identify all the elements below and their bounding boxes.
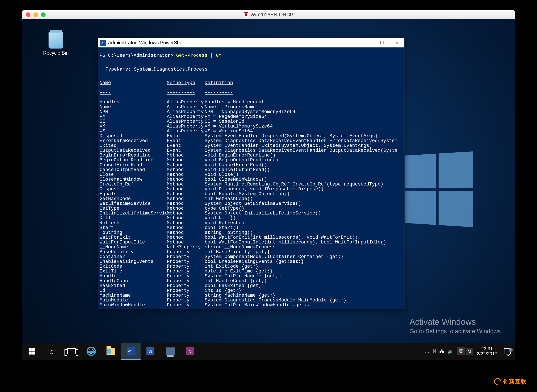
task-view-button[interactable] bbox=[61, 343, 81, 360]
member-name: SI bbox=[100, 119, 167, 124]
output-row: CloseMethodvoid Close() bbox=[100, 172, 402, 177]
ime-language-button[interactable]: 英 bbox=[457, 347, 465, 355]
member-name: WaitForInputIdle bbox=[100, 240, 167, 245]
output-row: MainModulePropertySystem.Diagnostics.Pro… bbox=[100, 298, 402, 303]
svg-rect-0 bbox=[28, 348, 32, 351]
member-definition: Handles = Handlecount bbox=[205, 100, 402, 105]
internet-explorer-button[interactable] bbox=[81, 343, 101, 360]
member-type: AliasProperty bbox=[167, 105, 205, 109]
system-tray[interactable]: ︿ N 🖧 🔈 bbox=[422, 348, 456, 355]
start-button[interactable] bbox=[22, 343, 42, 360]
output-row: StartMethodbool Start() bbox=[100, 225, 402, 230]
vm-window: Win2016EN-DHCP Recycle Bin >_ Administra… bbox=[22, 10, 515, 360]
member-definition: bool WaitForInputIdle(int milliseconds),… bbox=[205, 240, 402, 245]
member-name: CancelOutputRead bbox=[100, 168, 167, 172]
member-name: ExitTime bbox=[100, 269, 167, 274]
member-definition: int BasePriority {get;} bbox=[205, 250, 402, 254]
member-type: Method bbox=[167, 191, 205, 196]
tray-chevron-up-icon[interactable]: ︿ bbox=[425, 348, 430, 355]
member-type: Method bbox=[167, 168, 205, 172]
output-row: ToStringMethodstring ToString() bbox=[100, 230, 402, 235]
member-name: HandleCount bbox=[100, 279, 167, 283]
minimize-icon[interactable] bbox=[33, 12, 38, 17]
member-definition: string MachineName {get;} bbox=[205, 293, 402, 298]
member-name: Disposed bbox=[100, 134, 167, 138]
member-name: MachineName bbox=[100, 293, 167, 298]
member-definition: bool WaitForExit(int milliseconds), void… bbox=[205, 235, 402, 240]
member-name: BeginErrorReadLine bbox=[100, 153, 167, 158]
windows-desktop[interactable]: Recycle Bin >_ Administrator: Windows Po… bbox=[22, 19, 515, 360]
onenote-tray-icon[interactable]: N bbox=[433, 348, 436, 354]
output-row: WSAliasPropertyWS = WorkingSet64 bbox=[100, 129, 402, 134]
member-type: AliasProperty bbox=[167, 129, 205, 134]
member-type: Method bbox=[167, 177, 205, 182]
member-definition: NPM = NonpagedSystemMemorySize64 bbox=[205, 109, 402, 114]
powershell-taskbar-button[interactable]: >_ bbox=[121, 343, 140, 360]
powershell-window[interactable]: >_ Administrator: Windows PowerShell — ☐… bbox=[98, 38, 404, 309]
member-definition: VM = VirtualMemorySize64 bbox=[205, 124, 402, 129]
output-row: NPMAliasPropertyNPM = NonpagedSystemMemo… bbox=[100, 109, 402, 114]
volume-icon[interactable]: 🔈 bbox=[447, 348, 454, 354]
member-type: Method bbox=[167, 153, 205, 158]
member-definition: bool Equals(System.Object obj) bbox=[205, 191, 402, 196]
output-row: WaitForInputIdleMethodbool WaitForInputI… bbox=[100, 240, 402, 245]
word-button[interactable]: W bbox=[140, 343, 160, 360]
member-name: Id bbox=[100, 288, 167, 293]
powershell-taskbar-icon: >_ bbox=[127, 347, 135, 355]
member-type: Event bbox=[167, 138, 205, 143]
minimize-button[interactable]: — bbox=[360, 38, 375, 47]
member-definition: void Close() bbox=[205, 172, 402, 177]
member-name: BasePriority bbox=[100, 250, 167, 254]
clock[interactable]: 23:31 2/22/2017 bbox=[474, 346, 500, 356]
ime-keyboard-button[interactable]: M bbox=[466, 348, 473, 355]
member-definition: int Id {get;} bbox=[205, 288, 402, 293]
output-row: MainWindowHandlePropertySystem.IntPtr Ma… bbox=[100, 303, 402, 308]
member-type: Method bbox=[167, 163, 205, 168]
ie-icon bbox=[87, 347, 96, 356]
svg-rect-3 bbox=[32, 351, 35, 355]
output-row: GetLifetimeServiceMethodSystem.Object Ge… bbox=[100, 201, 402, 206]
member-definition: string __NounName=Process bbox=[205, 245, 402, 250]
file-explorer-button[interactable] bbox=[101, 343, 121, 360]
search-button[interactable]: ⌕ bbox=[42, 343, 61, 360]
member-definition: System.ComponentModel.IContainer Contain… bbox=[205, 254, 402, 259]
close-button[interactable]: ✕ bbox=[389, 38, 404, 47]
output-row: ExitedEventSystem.EventHandler Exited(Sy… bbox=[100, 143, 402, 148]
action-center-button[interactable]: 1 bbox=[501, 348, 514, 355]
close-icon[interactable] bbox=[26, 12, 30, 17]
onenote-button[interactable]: N bbox=[180, 343, 200, 360]
network-icon[interactable]: 🖧 bbox=[439, 348, 444, 354]
member-name: Close bbox=[100, 172, 167, 177]
member-type: Property bbox=[167, 264, 205, 269]
member-definition: string ToString() bbox=[205, 230, 402, 235]
server-manager-button[interactable] bbox=[160, 343, 180, 360]
output-row: OutputDataReceivedEventSystem.Diagnostic… bbox=[100, 148, 402, 153]
member-type: Property bbox=[167, 283, 205, 288]
member-name: Kill bbox=[100, 216, 167, 221]
member-name: Equals bbox=[100, 191, 167, 196]
member-definition: PM = PagedMemorySize64 bbox=[205, 114, 402, 119]
output-row: InitializeLifetimeServiceMethodSystem.Ob… bbox=[100, 211, 402, 216]
member-name: Dispose bbox=[100, 187, 167, 191]
member-name: __NounName bbox=[100, 245, 167, 250]
member-name: PM bbox=[100, 114, 167, 119]
clock-date: 2/22/2017 bbox=[477, 351, 497, 356]
powershell-titlebar[interactable]: >_ Administrator: Windows PowerShell — ☐… bbox=[98, 38, 404, 47]
output-row: HandlePropertySystem.IntPtr Handle {get;… bbox=[100, 274, 402, 279]
member-definition: System.Object InitializeLifetimeService(… bbox=[205, 211, 402, 216]
maximize-button[interactable]: ☐ bbox=[375, 38, 389, 47]
member-definition: int GetHashCode() bbox=[205, 196, 402, 201]
member-name: Exited bbox=[100, 143, 167, 148]
output-row: BeginOutputReadLineMethodvoid BeginOutpu… bbox=[100, 158, 402, 163]
member-name: Refresh bbox=[100, 221, 167, 225]
member-type: Method bbox=[167, 158, 205, 163]
member-definition: System.EventHandler Exited(System.Object… bbox=[205, 143, 402, 148]
member-definition: System.Diagnostics.ProcessModule MainMod… bbox=[205, 298, 402, 303]
svg-rect-2 bbox=[28, 351, 32, 355]
member-type: Property bbox=[167, 279, 205, 283]
member-type: Method bbox=[167, 196, 205, 201]
powershell-console[interactable]: PS C:\Users\Administrator> Get-Process |… bbox=[98, 47, 404, 319]
output-row: MachineNamePropertystring MachineName {g… bbox=[100, 293, 402, 298]
zoom-icon[interactable] bbox=[41, 12, 46, 17]
recycle-bin[interactable]: Recycle Bin bbox=[42, 32, 70, 56]
